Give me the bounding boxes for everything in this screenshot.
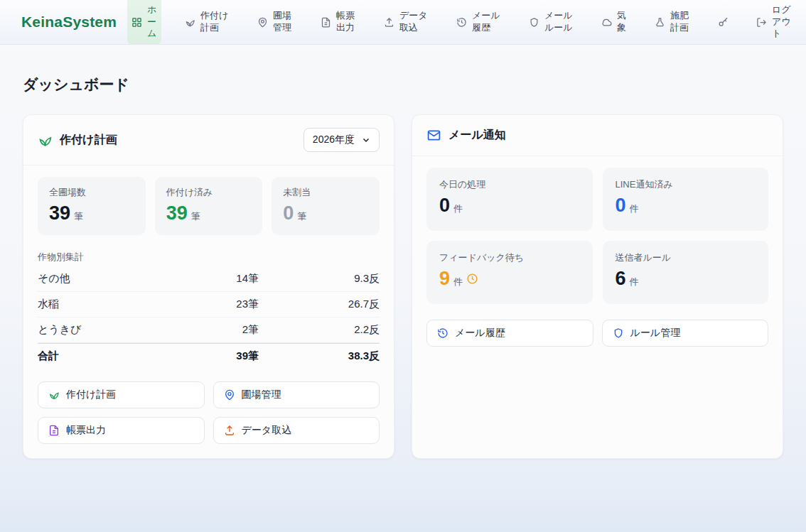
- upload-icon: [384, 17, 394, 28]
- report-output-button[interactable]: 帳票出力: [38, 417, 205, 444]
- nav-label: 作付け計画: [200, 10, 230, 34]
- nav-label: メール履歴: [472, 10, 501, 34]
- nav-item-home[interactable]: ホーム: [127, 0, 161, 44]
- total-area: 38.3反: [259, 349, 380, 363]
- nav-label: 帳票出力: [336, 10, 356, 34]
- nav-item-password-key[interactable]: [714, 0, 733, 44]
- button-label: ルール管理: [630, 327, 681, 340]
- app-logo: KeinaSystem: [21, 13, 117, 31]
- crop-summary-label: 作物別集計: [38, 251, 380, 264]
- stat-label: フィードバック待ち: [439, 251, 580, 264]
- nav-label: データ取込: [399, 10, 429, 34]
- stat-value: 6: [616, 268, 626, 290]
- button-label: メール履歴: [455, 327, 505, 340]
- nav-label: 気象: [617, 10, 627, 34]
- clock-icon: [466, 273, 478, 285]
- planting-card-title: 作付け計画: [60, 133, 296, 148]
- planting-quick-links: 作付け計画 圃場管理 帳票出力 データ取込: [38, 381, 380, 444]
- nav-item-logout[interactable]: ログアウト: [752, 0, 796, 44]
- nav-item-field-management[interactable]: 圃場管理: [253, 0, 297, 44]
- button-label: 圃場管理: [242, 389, 281, 401]
- rule-management-button[interactable]: ルール管理: [602, 320, 769, 347]
- nav-item-data-import[interactable]: データ取込: [380, 0, 433, 44]
- cloud-icon: [601, 17, 612, 28]
- stat-line-notified: LINE通知済み 0件: [603, 168, 769, 231]
- crop-count: 23筆: [184, 298, 259, 311]
- stat-unassigned: 未割当 0筆: [272, 177, 380, 235]
- fiscal-year-select[interactable]: 2026年度: [303, 128, 380, 152]
- crop-summary-table: その他 14筆 9.3反 水稲 23筆 26.7反 とうきび 2筆 2.2反 合…: [38, 266, 380, 369]
- stat-unit: 筆: [297, 210, 306, 223]
- table-row: とうきび 2筆 2.2反: [38, 317, 380, 343]
- upload-icon: [224, 425, 235, 436]
- mail-icon: [426, 128, 441, 143]
- mail-card-body: 今日の処理 0件 LINE通知済み 0件 フィードバック待ち 9 件 送信: [412, 156, 783, 361]
- nav-label: 施肥計画: [670, 10, 690, 34]
- nav-label: 圃場管理: [273, 10, 293, 34]
- stat-label: 作付け済み: [166, 186, 252, 199]
- stat-unit: 件: [630, 202, 639, 215]
- stat-value: 0: [616, 195, 626, 217]
- sprout-icon: [38, 133, 53, 148]
- stat-label: 送信者ルール: [616, 251, 756, 264]
- document-icon: [321, 17, 331, 28]
- stat-total-fields: 全圃場数 39筆: [38, 177, 146, 235]
- stat-value: 9: [439, 268, 450, 290]
- nav-item-mail-history[interactable]: メール履歴: [452, 0, 505, 44]
- crop-name: 水稲: [38, 298, 184, 311]
- nav-label: メールルール: [544, 10, 574, 34]
- main-nav: ホーム 作付け計画 圃場管理 帳票出力 データ取込 メール履歴 メールルール: [127, 0, 796, 44]
- mail-stats: 今日の処理 0件 LINE通知済み 0件 フィードバック待ち 9 件 送信: [426, 168, 768, 304]
- map-pin-icon: [224, 389, 235, 401]
- button-label: 帳票出力: [66, 424, 106, 437]
- total-label: 合計: [38, 349, 184, 363]
- dashboard-cards: 作付け計画 2026年度 全圃場数 39筆 作付け済み 39筆 未割当 0筆: [0, 114, 806, 459]
- planting-plan-button[interactable]: 作付け計画: [38, 381, 205, 408]
- map-pin-icon: [257, 17, 268, 28]
- stat-unit: 筆: [191, 210, 200, 223]
- button-label: 作付け計画: [66, 389, 116, 401]
- crop-name: その他: [38, 272, 184, 286]
- stat-label: LINE通知済み: [616, 178, 756, 191]
- stat-today-processed: 今日の処理 0件: [426, 168, 593, 231]
- nav-label: ホーム: [147, 4, 157, 40]
- stat-label: 未割当: [283, 186, 368, 199]
- mail-history-button[interactable]: メール履歴: [426, 320, 593, 347]
- nav-item-report-output[interactable]: 帳票出力: [316, 0, 360, 44]
- crop-name: とうきび: [38, 323, 184, 337]
- crop-count: 2筆: [184, 323, 259, 337]
- planting-stats: 全圃場数 39筆 作付け済み 39筆 未割当 0筆: [38, 177, 380, 235]
- stat-value: 39: [49, 202, 70, 224]
- data-import-button[interactable]: データ取込: [213, 417, 380, 444]
- flask-icon: [655, 17, 665, 28]
- field-management-button[interactable]: 圃場管理: [213, 381, 380, 408]
- stat-unit: 件: [453, 276, 463, 288]
- stat-value: 0: [439, 195, 450, 217]
- mail-quick-links: メール履歴 ルール管理: [426, 320, 768, 347]
- page-title: ダッシュボード: [23, 75, 783, 94]
- nav-label: ログアウト: [772, 4, 792, 40]
- nav-item-planting-plan[interactable]: 作付け計画: [181, 0, 234, 44]
- fiscal-year-value: 2026年度: [313, 134, 355, 146]
- nav-item-mail-rules[interactable]: メールルール: [525, 0, 578, 44]
- total-count: 39筆: [184, 349, 259, 363]
- stat-unit: 件: [453, 202, 463, 215]
- nav-item-fertilizer-plan[interactable]: 施肥計画: [650, 0, 694, 44]
- history-icon: [437, 327, 448, 339]
- planting-plan-card: 作付け計画 2026年度 全圃場数 39筆 作付け済み 39筆 未割当 0筆: [23, 114, 394, 459]
- history-icon: [456, 17, 467, 28]
- planting-card-header: 作付け計画 2026年度: [23, 115, 394, 165]
- stat-unit: 件: [630, 276, 639, 288]
- nav-item-weather[interactable]: 気象: [597, 0, 631, 44]
- mail-card-header: メール通知: [412, 115, 783, 156]
- sprout-icon: [48, 389, 60, 401]
- sprout-icon: [185, 17, 195, 28]
- stat-label: 今日の処理: [439, 178, 580, 191]
- logout-icon: [756, 17, 767, 28]
- crop-area: 2.2反: [259, 323, 380, 337]
- stat-value: 39: [166, 202, 188, 224]
- crop-area: 9.3反: [259, 272, 380, 286]
- stat-sender-rules: 送信者ルール 6件: [603, 241, 769, 304]
- crop-count: 14筆: [184, 272, 259, 286]
- table-row-total: 合計 39筆 38.3反: [38, 343, 380, 369]
